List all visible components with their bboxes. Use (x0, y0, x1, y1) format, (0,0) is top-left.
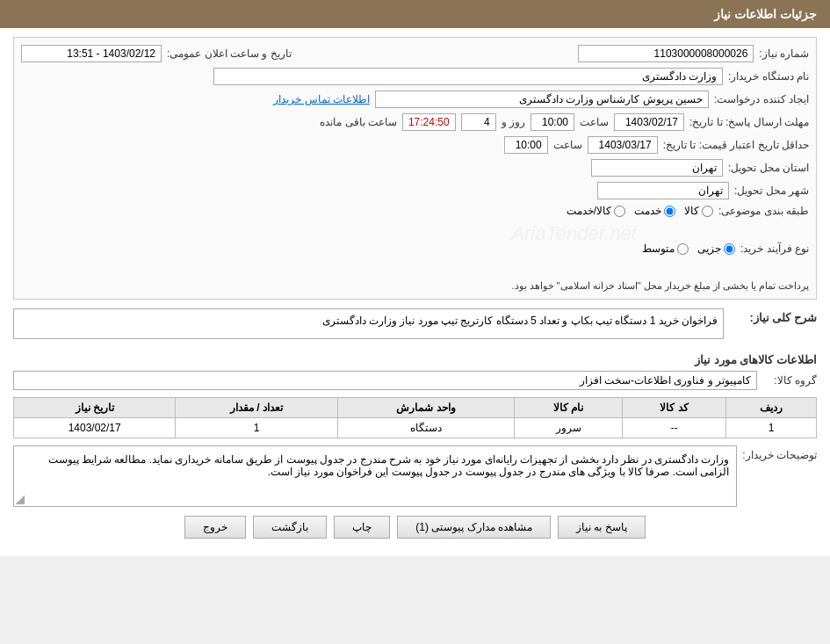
col-header-code: کد کالا (623, 398, 726, 418)
countdown-suffix: ساعت باقی مانده (320, 116, 397, 128)
buyer-name-input[interactable] (213, 68, 723, 85)
min-credit-label: حداقل تاریخ اعتبار قیمت: تا تاریخ: (663, 139, 809, 151)
category-option-kala-khedmat[interactable]: کالا/خدمت (567, 205, 625, 217)
notes-label: توضیحات خریدار: (742, 449, 817, 461)
reply-button[interactable]: پاسخ به نیاز (558, 516, 646, 539)
min-credit-time-input[interactable] (504, 136, 548, 154)
cell-name: سرور (515, 418, 623, 438)
purchase-radio-jozi[interactable] (724, 243, 735, 255)
cell-row: 1 (726, 418, 817, 438)
row-need-number: شماره نیاز: تاریخ و ساعت اعلان عمومی: (21, 45, 809, 62)
need-number-input[interactable] (578, 45, 754, 62)
col-header-unit: واحد شمارش (337, 398, 515, 418)
col-header-date: تاریخ نیاز (14, 398, 176, 418)
need-desc-box: فراخوان خرید 1 دستگاه تیپ بکاپ و تعداد 5… (13, 308, 724, 339)
exit-button[interactable]: خروج (184, 516, 246, 539)
deadline-label: مهلت ارسال پاسخ: تا تاریخ: (689, 116, 809, 128)
col-header-name: نام کالا (515, 398, 623, 418)
province-label: استان محل تحویل: (728, 162, 809, 174)
category-radio-kala[interactable] (702, 206, 713, 217)
countdown-display: 17:24:50 (402, 113, 456, 131)
cell-code: -- (623, 418, 726, 438)
view-docs-button[interactable]: مشاهده مدارک پیوستی (1) (397, 516, 551, 539)
row-notes: توضیحات خریدار: وزارت دادگستری در نظر دا… (13, 445, 817, 507)
time-label-1: ساعت (580, 116, 609, 128)
row-buyer-name: نام دستگاه خریدار: (21, 68, 809, 85)
purchase-type-radio-group: جزیی متوسط (642, 242, 735, 255)
deadline-time-input[interactable] (530, 113, 574, 131)
purchase-radio-motavasset[interactable] (677, 243, 689, 255)
col-header-row: ردیف (726, 398, 817, 418)
category-option-kala[interactable]: کالا (684, 205, 713, 217)
province-input[interactable] (591, 159, 723, 177)
col-header-qty: تعداد / مقدار (176, 398, 337, 418)
purchase-type-motavasset[interactable]: متوسط (642, 242, 689, 255)
form-section-top: شماره نیاز: تاریخ و ساعت اعلان عمومی: نا… (13, 37, 817, 300)
announce-date-input[interactable] (21, 45, 162, 62)
created-by-input[interactable] (375, 90, 709, 108)
city-label: شهر محل تحویل: (734, 185, 809, 197)
buyer-name-label: نام دستگاه خریدار: (728, 70, 809, 83)
time-label-2: ساعت (553, 139, 582, 151)
watermark-logo: AriaTender.net (511, 222, 637, 244)
row-deadline: مهلت ارسال پاسخ: تا تاریخ: ساعت روز و 17… (21, 113, 809, 131)
deadline-date-input[interactable] (614, 113, 684, 131)
resize-handle[interactable] (16, 496, 25, 504)
goods-table: ردیف کد کالا نام کالا واحد شمارش تعداد /… (13, 397, 817, 438)
header-title: جزئیات اطلاعات نیاز (714, 7, 817, 21)
goods-group-label: گروه کالا: (764, 374, 817, 387)
city-input[interactable] (597, 182, 729, 199)
category-label: طبقه بندی موضوعی: (718, 205, 809, 217)
goods-info-title: اطلاعات کالاهای مورد نیاز (13, 353, 817, 366)
print-button[interactable]: چاپ (334, 516, 390, 539)
category-radio-group: کالا خدمت کالا/خدمت (567, 205, 713, 217)
announce-date-label: تاریخ و ساعت اعلان عمومی: (167, 47, 292, 60)
bottom-buttons: پاسخ به نیاز مشاهده مدارک پیوستی (1) چاپ… (13, 516, 817, 547)
row-purchase-type: نوع فرآیند خرید: جزیی متوسط AriaTender.n… (21, 222, 809, 275)
cell-qty: 1 (176, 418, 337, 438)
cell-date: 1403/02/17 (14, 418, 176, 438)
row-goods-group: گروه کالا: (13, 371, 817, 390)
goods-group-input[interactable] (13, 371, 757, 390)
main-content: شماره نیاز: تاریخ و ساعت اعلان عمومی: نا… (0, 28, 830, 556)
table-row: 1 -- سرور دستگاه 1 1403/02/17 (14, 418, 817, 438)
need-number-label: شماره نیاز: (759, 47, 809, 60)
row-province: استان محل تحویل: (21, 159, 809, 177)
notes-box: وزارت دادگستری در نظر دارد بخشی از تجهیز… (13, 445, 737, 507)
min-credit-date-input[interactable] (588, 136, 658, 154)
cell-unit: دستگاه (337, 418, 515, 438)
need-desc-title: شرح کلی نیاز: (729, 311, 817, 324)
page-title: جزئیات اطلاعات نیاز (0, 0, 830, 28)
deadline-days-input[interactable] (461, 113, 496, 131)
created-by-label: ایجاد کننده درخواست: (714, 93, 809, 105)
row-city: شهر محل تحویل: (21, 182, 809, 199)
purchase-type-jozi[interactable]: جزیی (697, 242, 735, 255)
row-min-credit: حداقل تاریخ اعتبار قیمت: تا تاریخ: ساعت (21, 136, 809, 154)
notes-text: وزارت دادگستری در نظر دارد بخشی از تجهیز… (48, 453, 730, 478)
back-button[interactable]: بازگشت (253, 516, 327, 539)
need-desc-text: فراخوان خرید 1 دستگاه تیپ بکاپ و تعداد 5… (322, 315, 718, 327)
category-option-khedmat[interactable]: خدمت (634, 205, 675, 217)
row-created-by: ایجاد کننده درخواست: اطلاعات تماس خریدار (21, 90, 809, 108)
days-label: روز و (502, 116, 525, 128)
category-radio-khedmat[interactable] (664, 206, 675, 217)
purchase-type-label: نوع فرآیند خرید: (740, 242, 809, 255)
payment-note: پرداخت تمام یا بخشی از مبلغ خریدار محل "… (21, 280, 809, 292)
category-radio-kala-khedmat[interactable] (614, 206, 625, 217)
row-category: طبقه بندی موضوعی: کالا خدمت کالا/خدمت (21, 205, 809, 217)
row-need-desc: شرح کلی نیاز: فراخوان خرید 1 دستگاه تیپ … (13, 308, 817, 346)
page-wrapper: جزئیات اطلاعات نیاز شماره نیاز: تاریخ و … (0, 0, 830, 556)
contact-link[interactable]: اطلاعات تماس خریدار (273, 93, 370, 105)
